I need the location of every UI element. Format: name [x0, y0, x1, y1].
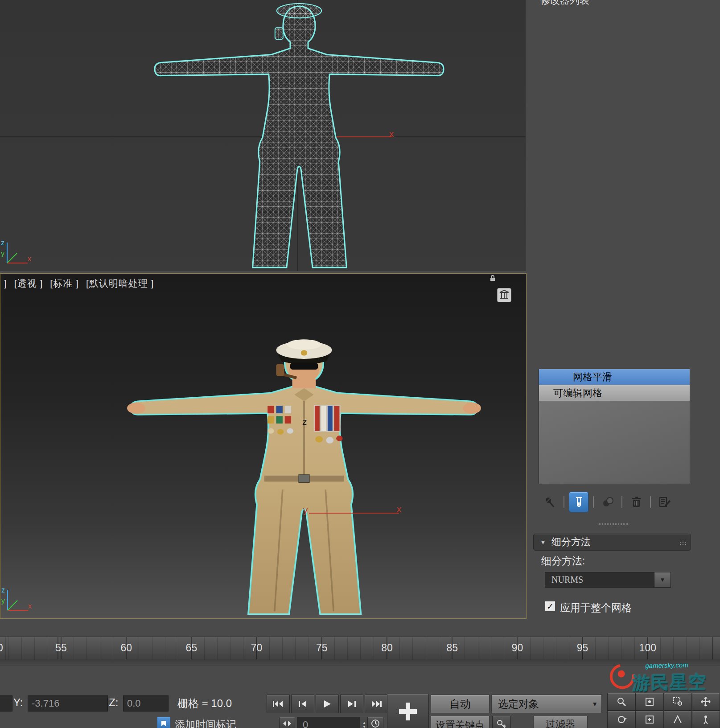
- current-frame-field[interactable]: 0 ▲ ▼: [297, 717, 369, 728]
- viewport-style-label[interactable]: [标准 ]: [50, 278, 79, 288]
- modifier-stack-item-meshsmooth[interactable]: 网格平滑: [539, 369, 690, 385]
- show-end-result-icon[interactable]: [569, 492, 588, 512]
- watermark-name: 游民星空: [632, 670, 708, 695]
- auto-key-button[interactable]: 自动: [431, 695, 490, 713]
- modifier-stack-toolbar: [540, 491, 674, 513]
- svg-text:y: y: [1, 597, 5, 605]
- viewport-pov-fragment: ]: [4, 278, 7, 288]
- z-coordinate-label: Z:: [109, 696, 118, 709]
- viewport-front[interactable]: x z y x: [0, 0, 526, 271]
- rollout-collapse-icon: ▼: [540, 539, 546, 546]
- selection-filter-dropdown[interactable]: 选定对象 ▼: [491, 695, 602, 713]
- modifier-stack-item-editable-mesh[interactable]: 可编辑网格: [539, 385, 690, 401]
- y-coordinate-label: Y:: [13, 696, 23, 709]
- spinner-down-icon[interactable]: ▼: [362, 725, 366, 728]
- svg-text:z: z: [1, 586, 5, 594]
- watermark-logo-dot: [618, 670, 625, 677]
- add-time-tag-label[interactable]: 添加时间标记: [175, 718, 236, 728]
- zoom-extents-icon[interactable]: [635, 693, 663, 711]
- track-bar[interactable]: [0, 659, 720, 666]
- apply-to-whole-mesh-label: 应用于整个网格: [560, 601, 632, 615]
- timeline-tick-label: 70: [251, 642, 263, 654]
- create-key-button[interactable]: [387, 694, 429, 728]
- pan-hand-icon[interactable]: [692, 693, 720, 711]
- orbit-icon[interactable]: [607, 711, 635, 728]
- svg-text:y: y: [1, 250, 4, 257]
- zoom-region-icon[interactable]: [664, 693, 692, 711]
- subdivision-method-label: 细分方法:: [541, 554, 585, 568]
- x-coordinate-field-fragment[interactable]: [0, 695, 12, 712]
- previous-frame-button[interactable]: [291, 695, 314, 713]
- selection-lock-icon: [489, 275, 496, 282]
- add-time-tag-icon-button[interactable]: [157, 717, 170, 728]
- key-filters-button[interactable]: 过滤器: [533, 716, 588, 728]
- maximize-viewport-icon[interactable]: [635, 711, 663, 728]
- next-frame-button[interactable]: [340, 695, 363, 713]
- remove-modifier-icon[interactable]: [627, 492, 646, 512]
- rollout-title: 细分方法: [551, 535, 591, 549]
- viewport-perspective[interactable]: ][透视 ][标准 ][默认明暗处理 ]: [0, 273, 527, 619]
- field-of-view-icon[interactable]: [664, 711, 692, 728]
- go-to-end-button[interactable]: [365, 695, 388, 713]
- object-z-axis-label: z: [302, 416, 307, 427]
- shaded-character-model[interactable]: [122, 336, 486, 619]
- rollout-drag-handle[interactable]: [599, 523, 628, 525]
- axis-tripod: z y x: [0, 239, 36, 268]
- timeline-tick-label: 80: [381, 642, 393, 654]
- go-to-start-button[interactable]: [267, 695, 290, 713]
- viewport-label[interactable]: ][透视 ][标准 ][默认明暗处理 ]: [4, 277, 161, 290]
- timeline-tick-label: 65: [186, 642, 197, 654]
- timeline-tick-label-clipped: 50: [0, 642, 3, 654]
- toolbar-divider: [593, 496, 594, 508]
- pin-stack-icon[interactable]: [540, 492, 559, 512]
- modifier-stack-list[interactable]: 网格平滑 可编辑网格: [539, 369, 690, 484]
- rollout-grip-icon: [679, 539, 687, 545]
- toolbar-divider: [564, 496, 564, 508]
- zoom-icon[interactable]: [607, 693, 635, 711]
- viewport-front-icon[interactable]: [497, 288, 511, 302]
- chevron-down-icon[interactable]: ▼: [654, 572, 671, 587]
- x-axis-line: [309, 513, 399, 514]
- make-unique-icon[interactable]: [598, 492, 617, 512]
- timeline-tick-label: 55: [55, 642, 67, 654]
- x-axis-label: x: [396, 504, 402, 514]
- chevron-down-icon: ▼: [592, 700, 598, 707]
- y-axis-label: y: [303, 505, 308, 515]
- timeline-tick-label: 90: [512, 642, 523, 654]
- svg-text:x: x: [28, 602, 32, 610]
- timeline-ruler[interactable]: 50 556065707580859095100: [0, 637, 720, 660]
- play-button[interactable]: [316, 695, 339, 713]
- svg-text:z: z: [1, 239, 4, 247]
- set-key-button[interactable]: 设置关键点: [431, 716, 490, 728]
- subdivision-method-value: NURMS: [545, 572, 654, 587]
- wireframe-character-model[interactable]: [147, 0, 451, 271]
- timeline-tick-label: 60: [120, 642, 132, 654]
- timeline-tick-label: 100: [639, 642, 656, 654]
- viewport-camera-label[interactable]: [透视 ]: [14, 278, 43, 288]
- viewport-shading-label[interactable]: [默认明暗处理 ]: [86, 278, 154, 288]
- configure-modifier-sets-icon[interactable]: [655, 492, 674, 512]
- timeline-tick-label: 95: [577, 642, 588, 654]
- check-icon: ✓: [547, 601, 554, 612]
- grid-size-label: 栅格 = 10.0: [177, 696, 232, 711]
- time-configuration-button[interactable]: [367, 717, 383, 728]
- apply-to-whole-mesh-checkbox[interactable]: ✓: [545, 601, 555, 612]
- subdivision-method-dropdown[interactable]: NURMS ▼: [545, 572, 671, 588]
- y-coordinate-field[interactable]: -3.716: [28, 695, 108, 712]
- modifier-list-header[interactable]: 修改器列表: [540, 0, 589, 7]
- toolbar-divider: [650, 496, 651, 508]
- playback-controls: [267, 695, 388, 713]
- set-key-filters-icon-button[interactable]: [492, 716, 511, 728]
- timeline-tick-label: 75: [316, 642, 328, 654]
- toolbar-divider: [621, 496, 622, 508]
- axis-tripod: z y x: [0, 586, 36, 616]
- spinner-up-icon[interactable]: ▲: [362, 721, 366, 725]
- z-coordinate-field[interactable]: 0.0: [123, 695, 169, 712]
- rollout-subdivision-method[interactable]: ▼ 细分方法: [533, 534, 691, 551]
- timeline-tick-label: 85: [446, 642, 458, 654]
- key-mode-toggle-button[interactable]: [279, 717, 295, 728]
- viewport-navigation-controls: [607, 693, 720, 728]
- walk-through-icon[interactable]: [692, 711, 720, 728]
- svg-text:x: x: [28, 255, 31, 263]
